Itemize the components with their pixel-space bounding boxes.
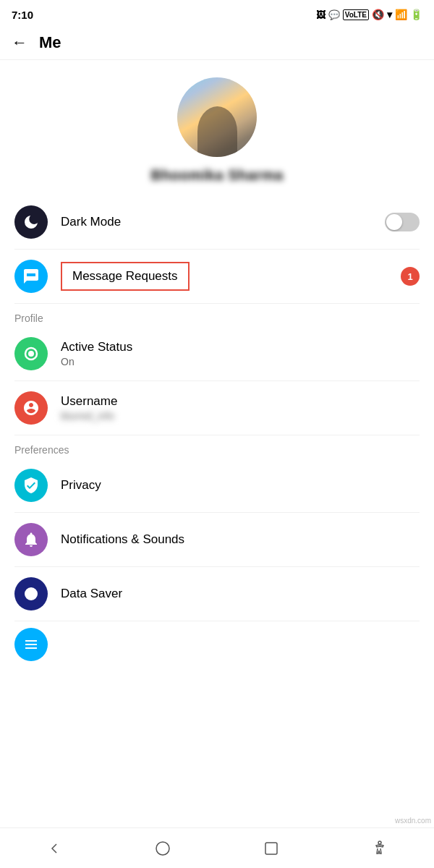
dark-mode-label-block: Dark Mode: [61, 215, 385, 229]
notifications-label-block: Notifications & Sounds: [61, 532, 420, 547]
message-requests-badge: 1: [401, 267, 420, 286]
data-saver-item[interactable]: Data Saver: [0, 567, 434, 621]
privacy-item[interactable]: Privacy: [0, 459, 434, 512]
privacy-icon: [14, 469, 48, 502]
message-requests-icon: [14, 260, 48, 293]
nav-accessibility-icon: [371, 840, 388, 857]
avatar[interactable]: [177, 77, 257, 157]
wifi-icon: ▾: [387, 9, 392, 20]
profile-section-header: Profile: [0, 304, 434, 327]
nav-home-icon: [154, 840, 171, 857]
status-time: 7:10: [12, 9, 33, 21]
signal-icon: 📶: [395, 9, 407, 20]
messenger-icon: 💬: [328, 9, 340, 20]
svg-point-5: [378, 841, 381, 844]
svg-point-3: [156, 842, 169, 855]
notifications-label: Notifications & Sounds: [61, 532, 420, 547]
message-requests-highlight: Message Requests: [61, 262, 190, 291]
active-status-label: Active Status: [61, 340, 420, 354]
data-saver-icon: [14, 577, 48, 610]
status-icons: 🖼 💬 VoLTE 🔇 ▾ 📶 🔋: [316, 9, 422, 20]
message-requests-label: Message Requests: [72, 269, 178, 283]
page-title: Me: [39, 33, 61, 52]
nav-recent-button[interactable]: [253, 830, 289, 867]
nav-home-button[interactable]: [145, 830, 181, 867]
notifications-icon: [14, 523, 48, 556]
message-requests-item[interactable]: Message Requests 1: [0, 250, 434, 303]
username-label-block: Username blurred_info: [61, 394, 420, 422]
privacy-label: Privacy: [61, 478, 420, 493]
nav-accessibility-button[interactable]: [362, 830, 398, 867]
dark-mode-item[interactable]: Dark Mode: [0, 195, 434, 249]
status-bar: 7:10 🖼 💬 VoLTE 🔇 ▾ 📶 🔋: [0, 0, 434, 26]
profile-name: Bhoomika Sharma: [150, 167, 283, 184]
active-status-item[interactable]: Active Status On: [0, 327, 434, 380]
storage-icon: [14, 628, 48, 661]
profile-section: Bhoomika Sharma: [0, 60, 434, 195]
svg-rect-4: [265, 843, 277, 854]
battery-icon: 🔋: [410, 9, 422, 20]
notifications-item[interactable]: Notifications & Sounds: [0, 513, 434, 566]
data-saver-label: Data Saver: [61, 587, 420, 601]
dark-mode-label: Dark Mode: [61, 215, 385, 229]
preferences-section-header: Preferences: [0, 435, 434, 459]
storage-item[interactable]: [0, 621, 434, 668]
gallery-icon: 🖼: [316, 9, 326, 20]
svg-point-1: [28, 351, 34, 357]
volte-label: VoLTE: [343, 9, 369, 20]
back-button[interactable]: ←: [12, 33, 27, 52]
bottom-nav: [0, 827, 434, 868]
nav-back-button[interactable]: [36, 830, 72, 867]
dark-mode-icon: [14, 205, 48, 239]
active-status-icon: [14, 337, 48, 370]
nav-recent-icon: [263, 840, 280, 857]
data-saver-label-block: Data Saver: [61, 587, 420, 601]
username-sublabel: blurred_info: [61, 410, 420, 422]
dark-mode-toggle[interactable]: [385, 213, 420, 231]
username-item[interactable]: Username blurred_info: [0, 381, 434, 435]
nav-back-icon: [46, 840, 63, 857]
username-label: Username: [61, 394, 420, 409]
header: ← Me: [0, 26, 434, 60]
active-status-label-block: Active Status On: [61, 340, 420, 367]
privacy-label-block: Privacy: [61, 478, 420, 493]
mute-icon: 🔇: [372, 9, 384, 20]
username-icon: [14, 391, 48, 425]
active-status-sublabel: On: [61, 356, 420, 367]
toggle-knob: [386, 214, 402, 230]
watermark: wsxdn.com: [395, 817, 431, 825]
